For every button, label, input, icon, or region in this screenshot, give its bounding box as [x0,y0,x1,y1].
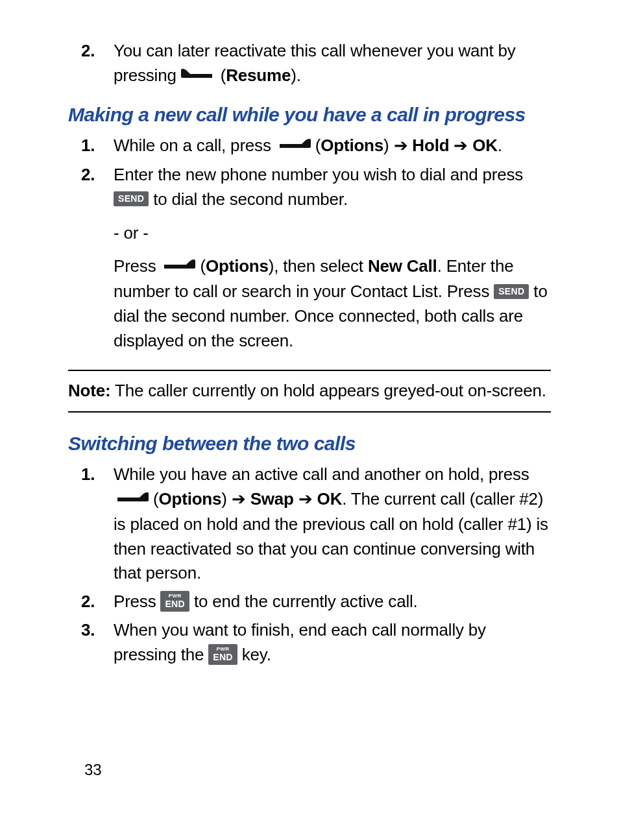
new-call-label: New Call [368,256,437,276]
text: ( [153,489,158,509]
text: ). [291,66,300,85]
list-text: Press PWREND to end the currently active… [114,590,551,614]
text: Press [114,256,160,276]
text: When you want to finish, end each call n… [114,620,486,664]
text: to dial the second number. [153,189,348,209]
text: ( [221,66,226,85]
arrow-icon: ➔ [232,487,246,512]
text: You can later reactivate this call whene… [114,41,516,85]
list-number: 2. [68,39,114,89]
options-label: Options [321,136,383,155]
ok-label: OK [468,136,498,155]
document-page: 2. You can later reactivate this call wh… [0,0,619,840]
arrow-icon: ➔ [454,134,468,158]
list-text: You can later reactivate this call whene… [114,39,551,89]
options-label: Options [159,489,222,509]
list-item: 2. You can later reactivate this call wh… [68,39,551,89]
end-label: END [213,652,232,662]
end-key-icon: PWREND [208,644,237,665]
text: ( [315,136,321,155]
section-heading-making-new-call: Making a new call while you have a call … [68,101,551,129]
list-item: 2. Enter the new phone number you wish t… [68,163,551,353]
text: to end the currently active call. [194,592,418,611]
swap-label: Swap [246,489,298,509]
end-key-icon: PWREND [160,591,189,612]
list-number: 2. [68,590,114,614]
text: ) [221,489,231,509]
or-divider: - or - [114,221,551,246]
arrow-icon: ➔ [298,487,313,512]
text: Press [114,592,160,611]
hold-label: Hold [407,136,454,155]
text: Enter the new phone number you wish to d… [114,165,523,184]
left-softkey-icon [276,133,311,158]
text: ( [200,256,206,276]
send-key-icon: SEND [494,284,529,299]
send-key-icon: SEND [114,191,149,206]
options-label: Options [206,256,269,276]
list-text: When you want to finish, end each call n… [114,618,551,667]
note-box: Note: The caller currently on hold appea… [68,370,551,413]
resume-label: Resume [226,66,291,85]
end-label: END [165,599,184,609]
list-number: 1. [68,134,114,159]
pwr-label: PWR [165,594,184,599]
making-new-call-list: 1. While on a call, press (Options) ➔ Ho… [68,134,551,353]
ok-label: OK [313,489,343,509]
text: While you have an active call and anothe… [114,464,529,484]
left-softkey-icon [160,254,195,278]
right-softkey-icon [181,63,216,88]
text: While on a call, press [114,136,276,155]
text: ), then select [269,256,368,276]
send-key-label: SEND [498,286,524,296]
list-item: 1. While you have an active call and ano… [68,462,551,586]
section-heading-switching-calls: Switching between the two calls [68,429,551,458]
pwr-label: PWR [213,647,232,652]
list-number: 3. [68,618,114,667]
note-text: The caller currently on hold appears gre… [110,381,546,400]
switching-calls-list: 1. While you have an active call and ano… [68,462,551,667]
arrow-icon: ➔ [394,134,408,158]
list-text: While on a call, press (Options) ➔ Hold … [114,134,551,159]
list-item: 2. Press PWREND to end the currently act… [68,590,551,614]
list-text: Enter the new phone number you wish to d… [114,163,551,353]
left-softkey-icon [114,486,149,511]
list-item: 1. While on a call, press (Options) ➔ Ho… [68,134,551,159]
list-item: 3. When you want to finish, end each cal… [68,618,551,667]
list-number: 2. [68,163,114,353]
text: ) [383,136,393,155]
list-number: 1. [68,462,114,586]
alternative-block: Press (Options), then select New Call. E… [114,254,551,353]
send-key-label: SEND [118,193,144,204]
list-text: While you have an active call and anothe… [114,462,551,586]
note-label: Note: [68,381,110,400]
text: . [498,136,502,155]
intro-list: 2. You can later reactivate this call wh… [68,39,551,89]
page-number: 33 [84,759,101,782]
text: key. [242,645,271,664]
